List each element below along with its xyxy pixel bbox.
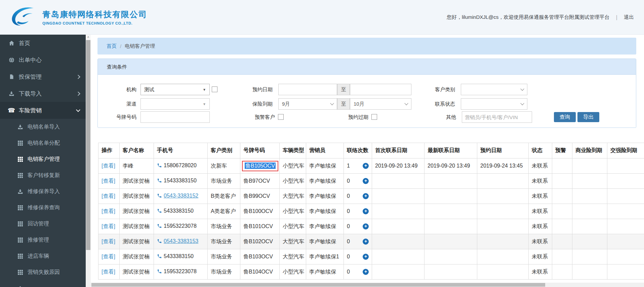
sidebar-item-maintenance-query[interactable]: 维修保养查询 [0, 200, 86, 216]
add-contact-button[interactable]: + [363, 254, 369, 260]
horizontal-scrollbar[interactable] [91, 283, 644, 287]
view-link[interactable]: [查看] [102, 208, 115, 214]
sidebar-item-order-center[interactable]: 出单中心 [0, 51, 86, 68]
sidebar-scrollbar[interactable]: ˄ [86, 35, 91, 287]
add-contact-button[interactable]: + [363, 193, 369, 199]
appointment-date-cell [477, 189, 529, 204]
add-contact-button[interactable]: + [363, 223, 369, 229]
warn-customer-checkbox[interactable] [278, 114, 284, 120]
customer-type-select[interactable] [461, 84, 527, 95]
sidebar-item-tele-list-import[interactable]: 电销名单导入 [0, 119, 86, 135]
sidebar-item-clipped-item[interactable] [0, 280, 86, 287]
phone-number[interactable]: 0543-3383153 [164, 238, 198, 244]
last-contact-date-cell [425, 219, 477, 234]
phone-icon[interactable] [157, 178, 162, 184]
compulsory-due-cell [607, 158, 644, 174]
sidebar-item-instore-vehicles[interactable]: 进店车辆 [0, 248, 86, 264]
warning-cell [552, 264, 572, 280]
phone-number: 15953223078 [164, 223, 197, 229]
contact-count-cell: 0+ [344, 234, 372, 249]
appointment-date-cell: 2019-09-24 13:45 [477, 158, 529, 174]
other-search-input[interactable] [462, 111, 532, 123]
view-link[interactable]: [查看] [102, 254, 115, 259]
operation-cell: [查看] [98, 249, 120, 264]
phone-icon[interactable] [157, 239, 162, 245]
plate-input[interactable] [140, 111, 210, 123]
grid-icon [16, 270, 24, 275]
phone-icon[interactable] [157, 254, 162, 260]
compulsory-due-cell [607, 174, 644, 189]
customer-name-cell: 测试张贺楠 [120, 189, 154, 204]
operation-cell: [查看] [98, 234, 120, 249]
phone-icon[interactable] [157, 269, 162, 275]
phone-icon[interactable] [157, 208, 162, 215]
appoint-date-from-input[interactable] [278, 84, 337, 95]
sidebar-item-marketing-fail-reason[interactable]: 营销失败原因 [0, 264, 86, 280]
main-content: 首页 / 电销客户管理 查询条件 机构 测试 ▼ 预约日期 至 客户类别 [91, 35, 644, 287]
add-contact-button[interactable]: + [363, 178, 369, 184]
insurance-due-from-select[interactable]: 9月 [278, 98, 337, 110]
phone-cell: 5433383150 [154, 249, 208, 264]
logout-link[interactable]: 退出 [624, 14, 634, 21]
view-link[interactable]: [查看] [102, 163, 115, 169]
sidebar-item-label: 车险营销 [19, 107, 77, 114]
column-header: 预约日期 [477, 143, 529, 158]
sidebar-item-car-marketing[interactable]: ☎车险营销 [0, 102, 86, 119]
agent-cell: 李卢敏续保 [306, 264, 344, 280]
contact-count: 0 [347, 193, 350, 199]
sidebar-item-download-import[interactable]: 下载导入 [0, 85, 86, 102]
sidebar-item-customer-transfer-renew[interactable]: 客户转移复新 [0, 167, 86, 183]
export-button[interactable]: 导出 [577, 112, 599, 122]
view-link[interactable]: [查看] [102, 239, 115, 244]
horizontal-scrollbar-thumb[interactable] [91, 283, 545, 287]
appoint-expired-checkbox[interactable] [371, 114, 377, 120]
first-contact-date-cell [372, 174, 425, 189]
view-link[interactable]: [查看] [102, 193, 115, 199]
org-select[interactable]: 测试 ▼ [140, 84, 210, 95]
add-contact-button[interactable]: + [363, 163, 369, 169]
sidebar-item-tele-customer-mgmt[interactable]: 电销客户管理 [0, 151, 86, 167]
phone-number[interactable]: 0543-3383152 [164, 193, 198, 199]
sidebar-item-insure-mgmt[interactable]: 投保管理 [0, 68, 86, 85]
column-header: 交强险到期 [607, 143, 644, 158]
contact-count: 0 [347, 223, 350, 229]
view-link[interactable]: [查看] [102, 223, 115, 229]
import-icon [16, 124, 24, 130]
sidebar-item-label: 进店车辆 [28, 253, 80, 260]
phone-icon[interactable] [157, 223, 162, 230]
sidebar-item-maintenance-import[interactable]: 维修保养导入 [0, 183, 86, 200]
customer-name-cell: 测试张贺楠 [120, 264, 154, 280]
contact-status-select[interactable] [461, 98, 527, 110]
table-row: [查看]测试张贺楠15953223078市场业务鲁B104OCV小型汽车李卢敏续… [98, 264, 644, 280]
compulsory-due-cell [607, 264, 644, 280]
view-link[interactable]: [查看] [102, 269, 115, 275]
contact-count: 0 [347, 178, 350, 184]
scrollbar-thumb[interactable] [86, 40, 90, 250]
compulsory-due-cell [607, 249, 644, 264]
grid-icon [16, 157, 24, 162]
sidebar-item-label: 维修保养导入 [28, 188, 80, 195]
vehicle-type-cell: 小型汽车 [280, 264, 306, 280]
add-contact-button[interactable]: + [363, 239, 369, 245]
status-cell: 未联系 [529, 204, 552, 219]
grid-icon [16, 238, 24, 243]
channel-select[interactable]: ▼ [140, 98, 210, 110]
sidebar-item-tele-list-assign[interactable]: 电销名单分配 [0, 135, 86, 151]
scrollbar-up-arrow-icon[interactable]: ˄ [86, 35, 91, 40]
customer-category-cell: 市场业务 [208, 249, 240, 264]
view-link[interactable]: [查看] [102, 178, 115, 184]
sidebar-item-repair-mgmt[interactable]: 推修管理 [0, 232, 86, 248]
add-contact-button[interactable]: + [363, 269, 369, 275]
agent-cell: 李卢敏续保 [306, 219, 344, 234]
sidebar-item-home[interactable]: 首页 [0, 35, 86, 51]
sidebar-item-revisit-mgmt[interactable]: 回访管理 [0, 216, 86, 232]
phone-icon[interactable] [157, 193, 162, 200]
phone-icon[interactable] [157, 163, 162, 169]
breadcrumb-home-link[interactable]: 首页 [107, 43, 117, 49]
phone-number: 5433383150 [164, 208, 194, 214]
customer-category-cell: 市场业务 [208, 234, 240, 249]
add-contact-button[interactable]: + [363, 208, 369, 214]
plate-highlight-box: 鲁B105OCV [242, 161, 278, 171]
globe-icon [7, 57, 15, 63]
search-button[interactable]: 查询 [554, 112, 576, 122]
